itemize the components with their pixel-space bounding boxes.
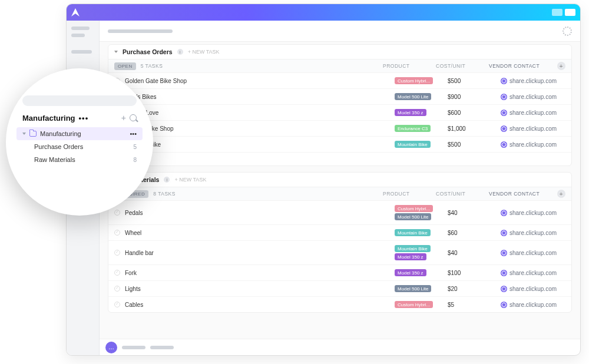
task-row[interactable]: Jenna's Bike ShopEndurance C3$1,000share… <box>108 121 571 137</box>
info-icon[interactable]: i <box>177 49 183 55</box>
sidebar-space-title: Manufacturing <box>22 114 75 123</box>
cost-cell: $900 <box>448 94 501 100</box>
product-tag[interactable]: Model 350 z <box>395 253 426 260</box>
task-name: Cycling Love <box>125 110 395 116</box>
product-tag[interactable]: Model 500 Lite <box>395 93 431 100</box>
task-group: Purchase Ordersi+ NEW TASKOPEN5 TASKSPRO… <box>108 44 572 166</box>
product-cell: Custom Hybri... <box>395 301 448 308</box>
task-row[interactable]: WheelMountain Bike$60share.clickup.com <box>108 225 571 241</box>
product-tag[interactable]: Endurance C3 <box>395 125 431 132</box>
chat-button[interactable]: … <box>105 342 117 353</box>
column-header: OPEN5 TASKSPRODUCTCOST/UNITVENDOR CONTAC… <box>108 59 571 73</box>
vendor-cell[interactable]: share.clickup.com <box>501 94 565 100</box>
new-task-button[interactable]: + NEW TASK <box>188 49 220 55</box>
vendor-cell[interactable]: share.clickup.com <box>501 230 565 236</box>
col-product: PRODUCT <box>383 63 436 69</box>
product-tag[interactable]: Mountain Bike <box>395 229 431 236</box>
search-icon[interactable] <box>130 114 137 121</box>
status-checkbox[interactable] <box>114 270 120 276</box>
add-task-button[interactable]: + ADD TASK <box>108 153 571 166</box>
info-icon[interactable]: i <box>164 177 170 183</box>
vendor-cell[interactable]: share.clickup.com <box>501 302 565 308</box>
product-tag[interactable]: Custom Hybri... <box>395 301 433 308</box>
sidebar-item[interactable]: Manufacturing••• <box>16 127 143 140</box>
vendor-cell[interactable]: share.clickup.com <box>501 110 565 116</box>
vendor-cell[interactable]: share.clickup.com <box>501 270 565 276</box>
cost-cell: $100 <box>448 270 501 276</box>
task-row[interactable]: Handle barMountain BikeModel 350 z$40sha… <box>108 241 571 265</box>
more-icon[interactable]: ••• <box>79 114 89 123</box>
task-name: Lights <box>125 286 395 292</box>
content-area: Purchase Ordersi+ NEW TASKOPEN5 TASKSPRO… <box>100 42 580 339</box>
cost-cell: $20 <box>448 286 501 292</box>
product-tag[interactable]: Model 500 Lite <box>395 213 431 220</box>
task-name: Handle bar <box>125 250 395 256</box>
task-name: Fork <box>125 270 395 276</box>
add-icon[interactable]: + <box>121 113 126 123</box>
product-tag[interactable]: Model 500 Lite <box>395 285 431 292</box>
product-tag[interactable]: Custom Hybri... <box>395 205 433 212</box>
new-task-button[interactable]: + NEW TASK <box>174 177 206 183</box>
product-tag[interactable]: Custom Hybri... <box>395 77 433 84</box>
product-tag[interactable]: Mountain Bike <box>395 141 431 148</box>
cost-cell: $500 <box>448 78 501 84</box>
add-column-button[interactable]: + <box>557 190 565 198</box>
task-row[interactable]: LightsModel 500 Lite$20share.clickup.com <box>108 281 571 297</box>
vendor-cell[interactable]: share.clickup.com <box>501 250 565 256</box>
vendor-cell[interactable]: share.clickup.com <box>501 210 565 216</box>
toolbar <box>100 21 580 42</box>
status-checkbox[interactable] <box>114 210 120 216</box>
more-icon[interactable]: ••• <box>130 130 137 137</box>
collapse-icon[interactable] <box>114 51 118 53</box>
link-icon <box>501 250 507 256</box>
cost-cell: $60 <box>448 230 501 236</box>
task-row[interactable]: CablesCustom Hybri...$5share.clickup.com <box>108 297 571 312</box>
task-row[interactable]: Golden Gate Bike ShopCustom Hybri...$500… <box>108 73 571 89</box>
task-name: Rick's Bikes <box>125 94 395 100</box>
status-checkbox[interactable] <box>114 250 120 256</box>
status-badge[interactable]: OPEN <box>114 62 136 70</box>
col-cost: COST/UNIT <box>436 191 489 197</box>
product-cell: Model 500 Lite <box>395 93 448 100</box>
vendor-cell[interactable]: share.clickup.com <box>501 286 565 292</box>
product-cell: Mountain BikeModel 350 z <box>395 245 448 260</box>
settings-icon[interactable] <box>562 27 572 36</box>
product-cell: Model 350 z <box>395 269 448 276</box>
link-icon <box>501 110 507 116</box>
link-icon <box>501 270 507 276</box>
task-row[interactable]: Rick's BikesModel 500 Lite$900share.clic… <box>108 89 571 105</box>
sidebar-item[interactable]: Raw Materials8 <box>16 153 143 166</box>
group-header[interactable]: Purchase Ordersi+ NEW TASK <box>108 45 571 59</box>
task-name: Jenna's Bike Shop <box>125 125 395 132</box>
link-icon <box>501 78 507 84</box>
link-icon <box>501 94 507 100</box>
product-tag[interactable]: Model 350 z <box>395 269 426 276</box>
col-product: PRODUCT <box>383 191 436 197</box>
task-name: Rainbow Bike <box>125 141 395 148</box>
column-header: REQUIRED8 TASKSPRODUCTCOST/UNITVENDOR CO… <box>108 187 571 201</box>
status-checkbox[interactable] <box>114 230 120 236</box>
sidebar-item-label: Raw Materials <box>34 156 75 163</box>
task-row[interactable]: PedalsCustom Hybri...Model 500 Lite$40sh… <box>108 201 571 225</box>
sidebar-item[interactable]: Purchase Orders5 <box>16 140 143 153</box>
sidebar-item-label: Manufacturing <box>40 130 81 137</box>
add-column-button[interactable]: + <box>557 62 565 70</box>
product-tag[interactable]: Model 350 z <box>395 109 426 116</box>
product-tag[interactable]: Mountain Bike <box>395 245 431 252</box>
window-controls[interactable] <box>552 9 575 16</box>
vendor-cell[interactable]: share.clickup.com <box>501 125 565 132</box>
group-header[interactable]: aw Materialsi+ NEW TASK <box>108 173 571 187</box>
app-window: Purchase Ordersi+ NEW TASKOPEN5 TASKSPRO… <box>66 4 581 356</box>
task-row[interactable]: Rainbow BikeMountain Bike$500share.click… <box>108 137 571 153</box>
vendor-cell[interactable]: share.clickup.com <box>501 141 565 148</box>
task-name: Pedals <box>125 210 395 216</box>
task-row[interactable]: ForkModel 350 z$100share.clickup.com <box>108 265 571 281</box>
item-count: 5 <box>133 144 137 150</box>
task-row[interactable]: Cycling LoveModel 350 z$600share.clickup… <box>108 105 571 121</box>
status-checkbox[interactable] <box>114 302 120 307</box>
product-cell: Endurance C3 <box>395 125 448 132</box>
vendor-cell[interactable]: share.clickup.com <box>501 78 565 84</box>
footer: … <box>100 339 580 355</box>
status-checkbox[interactable] <box>114 286 120 292</box>
sidebar-search[interactable] <box>22 95 137 106</box>
